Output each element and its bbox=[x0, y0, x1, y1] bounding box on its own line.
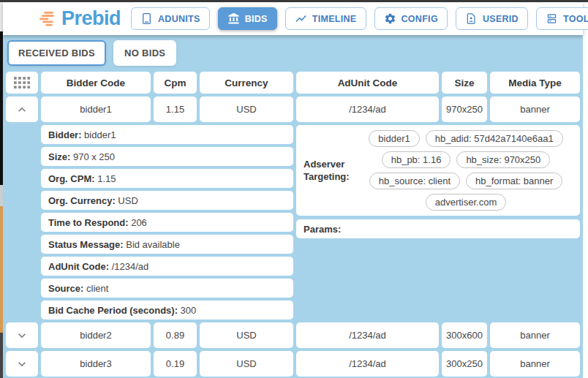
targeting-chip: bidder1 bbox=[369, 130, 419, 147]
bids-panel: RECEIVED BIDSNO BIDS Bidder CodeCpmCurre… bbox=[3, 35, 583, 378]
nav-tab-timeline[interactable]: TIMELINE bbox=[285, 7, 366, 30]
targeting-chip: hb_size: 970x250 bbox=[456, 151, 550, 168]
tablet-icon bbox=[140, 12, 153, 25]
filter-button-no-bids[interactable]: NO BIDS bbox=[113, 40, 176, 66]
bid-cell-size: 300x250 bbox=[442, 351, 487, 377]
nav-tab-label-config: CONFIG bbox=[402, 14, 438, 24]
row-expander-button[interactable] bbox=[6, 351, 38, 377]
column-header: Currency bbox=[200, 72, 293, 94]
targeting-chip: hb_format: banner bbox=[466, 173, 562, 189]
gear-icon bbox=[384, 12, 396, 25]
field-label: Size: bbox=[48, 151, 70, 162]
bid-filters: RECEIVED BIDSNO BIDS bbox=[7, 40, 580, 66]
column-header: Cpm bbox=[154, 72, 197, 94]
column-selector-button[interactable] bbox=[6, 72, 38, 94]
server-icon bbox=[546, 12, 558, 25]
chevron-down-icon bbox=[15, 328, 29, 343]
bid-detail-field: Time to Respond: 206 bbox=[41, 213, 293, 232]
bid-detail-field: Size: 970 x 250 bbox=[41, 147, 293, 166]
bid-cell-currency: USD bbox=[200, 351, 293, 377]
bid-cell-media-type: banner bbox=[490, 322, 580, 348]
targeting-chip: hb_adid: 57d42a7140e6aa1 bbox=[426, 130, 563, 147]
nav-tab-config[interactable]: CONFIG bbox=[374, 7, 448, 30]
nav-tab-userid[interactable]: USERID bbox=[456, 7, 528, 30]
bid-cell-bidder-code: bidder2 bbox=[41, 322, 151, 348]
params-label: Params: bbox=[304, 224, 341, 235]
field-label: Bidder: bbox=[48, 129, 82, 140]
column-header: Media Type bbox=[490, 72, 580, 94]
field-value: 206 bbox=[129, 217, 147, 228]
field-label: Status Message: bbox=[48, 239, 124, 250]
bid-detail-field: Status Message: Bid available bbox=[41, 235, 293, 254]
bid-cell-adunit-code: /1234/ad bbox=[296, 322, 439, 348]
field-value: 970 x 250 bbox=[70, 151, 115, 162]
bids-table: Bidder CodeCpmCurrencyAdUnit CodeSizeMed… bbox=[6, 72, 580, 377]
bid-cell-bidder-code: bidder1 bbox=[41, 97, 151, 122]
top-navbar: Prebid ADUNITSBIDSTIMELINECONFIGUSERIDTO… bbox=[3, 2, 583, 35]
prebid-logo: Prebid bbox=[39, 9, 121, 29]
bid-detail-fields: Bidder: bidder1Size: 970 x 250Org. CPM: … bbox=[41, 125, 293, 320]
bid-cell-bidder-code: bidder3 bbox=[41, 351, 151, 377]
column-header: AdUnit Code bbox=[296, 72, 439, 94]
nav-tab-tools[interactable]: TOOLS bbox=[536, 7, 588, 30]
prebid-lines-icon bbox=[39, 12, 56, 26]
contact-icon bbox=[465, 12, 478, 25]
field-value: /1234/ad bbox=[109, 261, 148, 272]
bid-detail-field: Bidder: bidder1 bbox=[41, 125, 293, 144]
nav-tab-label-userid: USERID bbox=[483, 14, 519, 24]
field-label: Org. CPM: bbox=[48, 173, 95, 184]
field-label: Source: bbox=[48, 283, 83, 294]
bid-cell-currency: USD bbox=[200, 322, 293, 348]
professor-prebid-popup: Prebid ADUNITSBIDSTIMELINECONFIGUSERIDTO… bbox=[0, 0, 588, 378]
field-label: AdUnit Code: bbox=[48, 261, 109, 272]
field-label: Time to Respond: bbox=[48, 217, 129, 228]
targeting-chip: hb_pb: 1.16 bbox=[382, 151, 451, 168]
nav-tab-label-bids: BIDS bbox=[245, 14, 268, 24]
brand-name: Prebid bbox=[61, 9, 121, 29]
bid-detail-targeting-column: Adserver Targeting:bidder1hb_adid: 57d42… bbox=[296, 125, 580, 320]
adserver-targeting-label: Adserver Targeting: bbox=[304, 158, 355, 183]
nav-tabs: ADUNITSBIDSTIMELINECONFIGUSERIDTOOLS bbox=[131, 7, 588, 30]
grid-icon bbox=[14, 77, 30, 88]
bid-cell-media-type: banner bbox=[490, 97, 580, 122]
field-value: bidder1 bbox=[82, 129, 116, 140]
row-expander-button[interactable] bbox=[6, 97, 38, 122]
bid-detail-field: Org. Currency: USD bbox=[41, 191, 293, 210]
bid-detail-field: Source: client bbox=[41, 279, 293, 298]
bid-cell-size: 970x250 bbox=[442, 97, 487, 122]
bid-cell-cpm: 0.19 bbox=[154, 351, 197, 377]
bid-detail-field: Org. CPM: 1.15 bbox=[41, 169, 293, 188]
chevron-down-icon bbox=[15, 357, 29, 371]
field-value: 300 bbox=[178, 305, 196, 316]
adserver-targeting-box: Adserver Targeting:bidder1hb_adid: 57d42… bbox=[296, 125, 580, 216]
trend-icon bbox=[295, 12, 307, 25]
field-value: Bid available bbox=[124, 239, 180, 250]
bid-cell-cpm: 1.15 bbox=[154, 97, 197, 122]
bid-cell-media-type: banner bbox=[490, 351, 580, 377]
row-expander-button[interactable] bbox=[6, 322, 38, 348]
filter-button-received-bids[interactable]: RECEIVED BIDS bbox=[7, 40, 106, 66]
nav-tab-bids[interactable]: BIDS bbox=[218, 7, 277, 30]
bid-cell-cpm: 0.89 bbox=[154, 322, 197, 348]
column-header: Bidder Code bbox=[41, 72, 151, 94]
bank-icon bbox=[227, 12, 240, 25]
params-box: Params: bbox=[296, 219, 580, 238]
nav-tab-label-tools: TOOLS bbox=[563, 14, 588, 24]
targeting-chip: advertiser.com bbox=[426, 194, 507, 211]
targeting-chip: hb_source: client bbox=[369, 173, 460, 189]
chevron-up-icon bbox=[15, 102, 29, 117]
bid-details-panel: Bidder: bidder1Size: 970 x 250Org. CPM: … bbox=[6, 125, 580, 320]
nav-tab-label-timeline: TIMELINE bbox=[312, 14, 357, 24]
bid-detail-field: Bid Cache Period (seconds): 300 bbox=[41, 300, 293, 320]
bid-cell-size: 300x600 bbox=[442, 322, 487, 348]
bid-cell-adunit-code: /1234/ad bbox=[296, 97, 439, 122]
bid-cell-currency: USD bbox=[200, 97, 293, 122]
field-value: client bbox=[83, 283, 108, 294]
field-label: Bid Cache Period (seconds): bbox=[48, 305, 178, 316]
field-label: Org. Currency: bbox=[48, 195, 116, 206]
column-header: Size bbox=[442, 72, 487, 94]
bid-cell-adunit-code: /1234/ad bbox=[296, 351, 439, 377]
nav-tab-adunits[interactable]: ADUNITS bbox=[131, 7, 210, 30]
field-value: 1.15 bbox=[95, 173, 116, 184]
field-value: USD bbox=[116, 195, 138, 206]
